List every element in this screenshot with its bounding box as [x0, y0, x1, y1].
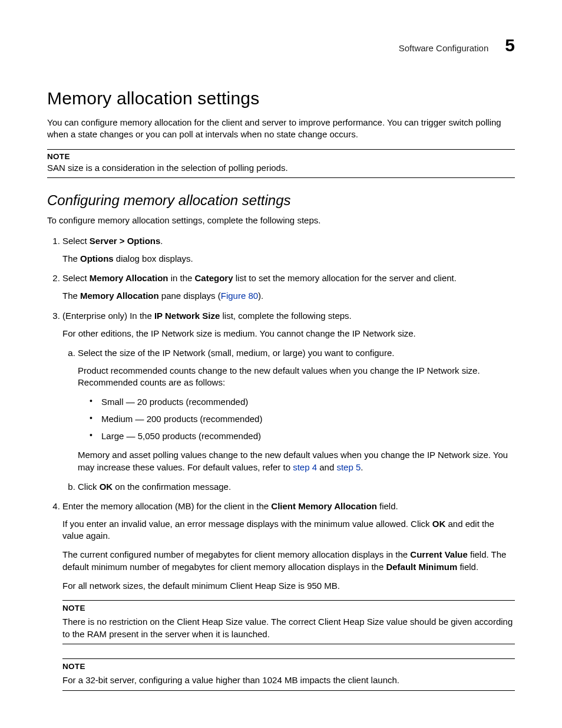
page: Software Configuration 5 Memory allocati…	[0, 0, 562, 728]
step: Enter the memory allocation (MB) for the…	[62, 500, 515, 691]
step-result: The Options dialog box displays.	[62, 253, 515, 265]
note-body: There is no restriction on the Client He…	[62, 617, 513, 639]
header-chapter-number: 5	[505, 35, 515, 55]
procedure-lead: To configure memory allocation settings,…	[47, 215, 515, 226]
subheading: Configuring memory allocation settings	[47, 192, 515, 209]
list-item: Large — 5,050 products (recommended)	[90, 430, 515, 442]
running-header: Software Configuration 5	[47, 35, 515, 55]
note-block: NOTE For a 32-bit server, configuring a …	[62, 658, 515, 690]
substep: Select the size of the IP Network (small…	[78, 347, 515, 473]
note-block: NOTE SAN size is a consideration in the …	[47, 149, 515, 178]
step-text: Select Memory Allocation in the Category…	[62, 273, 457, 283]
step-link[interactable]: step 4	[293, 462, 317, 472]
step-paragraph: The current configured number of megabyt…	[62, 549, 515, 573]
figure-link[interactable]: Figure 80	[221, 291, 258, 301]
note-body: For a 32-bit server, configuring a value…	[62, 675, 399, 685]
substeps: Select the size of the IP Network (small…	[62, 347, 515, 493]
page-title: Memory allocation settings	[47, 88, 515, 108]
step-paragraph: For all network sizes, the default minim…	[62, 580, 515, 592]
note-block: NOTE There is no restriction on the Clie…	[62, 600, 515, 644]
step: (Enterprise only) In the IP Network Size…	[62, 309, 515, 493]
step: Select Memory Allocation in the Category…	[62, 272, 515, 302]
note-label: NOTE	[62, 661, 515, 673]
step-text: Enter the memory allocation (MB) for the…	[62, 501, 398, 511]
step-text: (Enterprise only) In the IP Network Size…	[62, 311, 352, 321]
substep-paragraph: Product recommended counts change to the…	[78, 365, 515, 389]
ordered-steps: Select Server > Options. The Options dia…	[47, 235, 515, 691]
substep-paragraph: Memory and asset polling values change t…	[78, 449, 515, 473]
note-label: NOTE	[62, 603, 515, 614]
list-item: Small — 20 products (recommended)	[90, 396, 515, 408]
substep-text: Select the size of the IP Network (small…	[78, 348, 394, 358]
note-label: NOTE	[47, 152, 515, 161]
step-note: For other editions, the IP Network size …	[62, 328, 515, 340]
note-body: SAN size is a consideration in the selec…	[47, 163, 288, 173]
step-text: Select Server > Options.	[62, 236, 163, 246]
header-section-name: Software Configuration	[399, 43, 489, 53]
substep-text: Click OK on the confirmation message.	[78, 482, 231, 492]
intro-paragraph: You can configure memory allocation for …	[47, 117, 515, 141]
step-paragraph: If you enter an invalid value, an error …	[62, 518, 515, 542]
substep: Click OK on the confirmation message.	[78, 480, 515, 493]
step-result: The Memory Allocation pane displays (Fig…	[62, 290, 515, 302]
step: Select Server > Options. The Options dia…	[62, 235, 515, 265]
list-item: Medium — 200 products (recommended)	[90, 413, 515, 425]
bullet-list: Small — 20 products (recommended) Medium…	[90, 396, 515, 442]
step-link[interactable]: step 5	[336, 462, 361, 472]
